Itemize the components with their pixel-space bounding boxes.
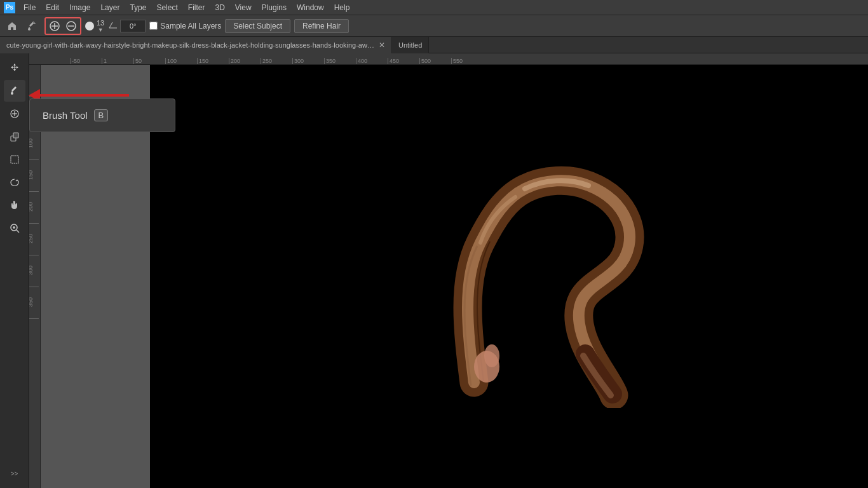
angle-input[interactable]	[120, 20, 146, 32]
menu-type[interactable]: Type	[125, 2, 151, 13]
ruler-left-mark: 100	[29, 128, 39, 160]
svg-rect-12	[11, 156, 18, 163]
active-tab-label: cute-young-girl-with-dark-wavy-hairstyle…	[6, 41, 375, 49]
angle-group	[108, 20, 146, 32]
menu-3d[interactable]: 3D	[210, 2, 229, 13]
sample-all-layers-label[interactable]: Sample All Layers	[149, 22, 221, 30]
svg-point-19	[484, 344, 499, 367]
ruler-mark: 550	[451, 58, 483, 64]
tab-close-button[interactable]: ✕	[379, 41, 385, 50]
refine-hair-button[interactable]: Refine Hair	[294, 19, 349, 33]
selection-tool-button[interactable]	[4, 149, 25, 170]
angle-icon	[108, 20, 118, 31]
ruler-left-mark: 300	[29, 255, 39, 287]
menu-edit[interactable]: Edit	[41, 2, 64, 13]
hand-tool-button[interactable]	[4, 194, 25, 216]
left-toolbar: >>	[0, 53, 29, 488]
ruler-mark: 450	[388, 58, 419, 64]
menu-help[interactable]: Help	[330, 2, 355, 13]
ruler-top: -50 1 50 100 150 200 250 300 350 400 450…	[29, 53, 868, 65]
ruler-left-mark: 200	[29, 192, 39, 224]
menu-plugins[interactable]: Plugins	[257, 2, 291, 13]
zoom-tool-button[interactable]	[4, 217, 25, 239]
svg-line-15	[17, 230, 19, 233]
untitled-tab-label: Untitled	[398, 41, 422, 49]
brush-subtract-icon[interactable]	[64, 19, 78, 33]
toolbar-expand-button[interactable]: >>	[4, 463, 25, 484]
ruler-mark: 150	[197, 58, 229, 64]
tooltip-title: Brush Tool B	[43, 109, 162, 121]
sample-all-layers-checkbox[interactable]	[149, 22, 158, 30]
ruler-mark: 200	[229, 58, 261, 64]
options-bar: 13 ▼ Sample All Layers Select Subject Re…	[0, 15, 868, 37]
ruler-mark: 50	[133, 58, 165, 64]
menu-bar: Ps File Edit Image Layer Type Select Fil…	[0, 0, 868, 15]
ruler-mark: -50	[70, 58, 102, 64]
brush-size-display: 13 ▼	[97, 19, 104, 33]
svg-rect-11	[13, 133, 18, 138]
active-tab[interactable]: cute-young-girl-with-dark-wavy-hairstyle…	[0, 37, 392, 53]
ruler-mark: 100	[165, 58, 197, 64]
brush-preview-group[interactable]: 13 ▼	[85, 19, 104, 33]
tooltip-shortcut-key: B	[94, 109, 109, 121]
brush-icon	[24, 18, 41, 34]
menu-window[interactable]: Window	[292, 2, 329, 13]
ruler-mark: 250	[261, 58, 292, 64]
menu-image[interactable]: Image	[65, 2, 95, 13]
svg-line-6	[109, 22, 112, 28]
ruler-left-mark: 350	[29, 287, 39, 319]
brush-tooltip: Brush Tool B	[29, 98, 175, 132]
select-subject-button[interactable]: Select Subject	[225, 19, 290, 33]
move-tool-button[interactable]	[4, 57, 25, 79]
ruler-left-mark	[29, 65, 39, 97]
menu-view[interactable]: View	[231, 2, 256, 13]
svg-line-13	[16, 180, 17, 181]
ruler-mark: 400	[356, 58, 388, 64]
tooltip-tool-name: Brush Tool	[43, 110, 88, 121]
ruler-mark: 300	[292, 58, 324, 64]
menu-select[interactable]: Select	[152, 2, 182, 13]
ruler-top-marks: -50 1 50 100 150 200 250 300 350 400 450…	[70, 58, 483, 64]
ruler-left-mark: 150	[29, 160, 39, 192]
healing-brush-button[interactable]	[4, 103, 25, 125]
hair-image	[442, 141, 760, 408]
menu-filter[interactable]: Filter	[184, 2, 210, 13]
untitled-tab[interactable]: Untitled	[392, 37, 429, 53]
clone-stamp-button[interactable]	[4, 126, 25, 147]
brush-preview-dot	[85, 22, 94, 30]
ruler-mark: 500	[419, 58, 451, 64]
brush-size-group	[44, 17, 81, 35]
ruler-mark: 1	[102, 58, 133, 64]
tab-bar: cute-young-girl-with-dark-wavy-hairstyle…	[0, 37, 868, 53]
menu-layer[interactable]: Layer	[96, 2, 124, 13]
ps-logo: Ps	[4, 2, 15, 13]
home-button[interactable]	[4, 18, 20, 34]
ruler-left-mark: 250	[29, 224, 39, 255]
ruler-mark: 350	[324, 58, 356, 64]
lasso-tool-button[interactable]	[4, 172, 25, 193]
menu-file[interactable]: File	[19, 2, 40, 13]
brush-add-icon[interactable]	[48, 19, 62, 33]
main-area: >> Brush Tool B -50 1 50 100 150 200 250…	[0, 53, 868, 488]
brush-tool-button[interactable]	[4, 80, 25, 102]
canvas-content[interactable]	[150, 65, 868, 488]
